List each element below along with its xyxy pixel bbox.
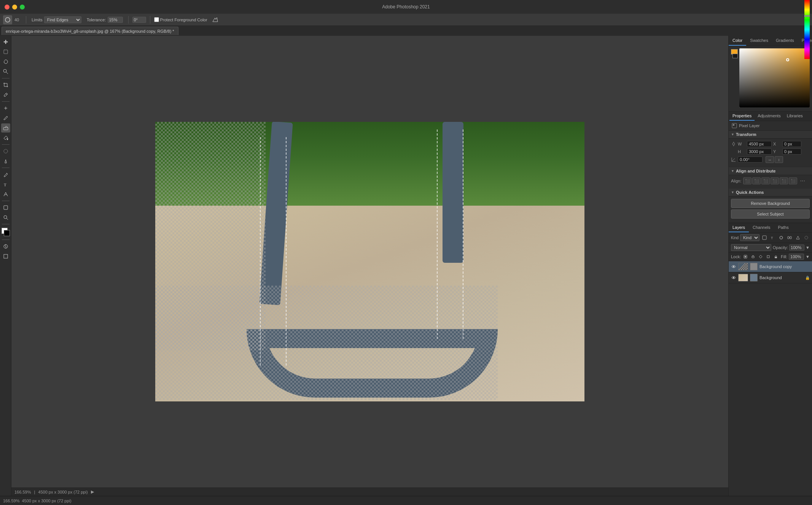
layer-eye-background[interactable] [731, 275, 736, 280]
lock-all-btn[interactable] [773, 254, 779, 260]
opacity-label: Opacity: [773, 245, 788, 250]
crop-tool[interactable] [1, 80, 10, 89]
remove-background-button[interactable]: Remove Background [731, 199, 810, 208]
color-gradient-picker[interactable] [739, 48, 810, 107]
close-button[interactable] [5, 5, 10, 10]
tab-swatches[interactable]: Swatches [746, 36, 772, 46]
shape-tool[interactable] [1, 203, 10, 212]
selection-tool[interactable] [1, 47, 10, 56]
flip-v-btn[interactable]: ↕ [775, 156, 783, 163]
path-select-tool[interactable] [1, 190, 10, 199]
angle-value-input[interactable] [738, 157, 763, 163]
tab-color[interactable]: Color [729, 36, 746, 46]
layer-effects-icon[interactable] [794, 234, 801, 241]
lock-position-btn[interactable] [758, 254, 764, 260]
opacity-input[interactable] [789, 245, 804, 251]
blend-mode-select[interactable]: Normal Multiply Screen Overlay [731, 244, 771, 251]
move-tool[interactable] [1, 37, 10, 46]
layer-item-background-copy[interactable]: Background copy [729, 261, 812, 272]
svg-rect-7 [4, 206, 8, 209]
limits-control[interactable]: Limits Find Edges Contiguous Discontiguo… [30, 16, 83, 24]
tab-gradients[interactable]: Gradients [772, 36, 798, 46]
color-selector[interactable] [2, 228, 10, 236]
layer-filter-icon[interactable] [803, 234, 810, 241]
minimize-button[interactable] [12, 5, 17, 10]
dodge-tool[interactable] [1, 157, 10, 166]
lasso-tool[interactable] [1, 57, 10, 66]
tab-properties[interactable]: Properties [729, 112, 755, 121]
svg-point-3 [3, 69, 6, 72]
layer-new-icon[interactable] [761, 234, 768, 241]
eraser-tool[interactable] [1, 123, 10, 133]
align-right-btn[interactable]: ⬛ [761, 177, 770, 184]
link-icon[interactable] [731, 141, 736, 147]
opacity-arrow[interactable]: ▼ [806, 245, 810, 250]
paths-tab[interactable]: Paths [774, 223, 793, 232]
layer-adjust-icon[interactable] [778, 234, 785, 241]
layer-type-icon[interactable]: T [769, 234, 776, 241]
limits-select[interactable]: Find Edges Contiguous Discontiguous [44, 16, 81, 23]
background-color[interactable] [4, 230, 10, 236]
protect-fg-checkbox[interactable] [154, 17, 159, 22]
align-top-btn[interactable]: ⬛ [771, 177, 779, 184]
layer-link-icon[interactable] [786, 234, 793, 241]
x-input[interactable] [782, 141, 801, 147]
window-controls[interactable] [5, 5, 25, 10]
text-tool[interactable]: T [1, 180, 10, 189]
channels-tab[interactable]: Channels [749, 223, 774, 232]
status-arrow[interactable]: ▶ [91, 489, 94, 494]
maximize-button[interactable] [20, 5, 25, 10]
height-input[interactable] [747, 149, 772, 155]
angle-input[interactable] [132, 17, 146, 23]
fill-input[interactable] [789, 254, 804, 260]
align-center-v-btn[interactable]: ⬛ [780, 177, 788, 184]
protect-fg-label[interactable]: Protect Foreground Color [154, 17, 207, 22]
blur-tool[interactable] [1, 147, 10, 156]
y-input[interactable] [782, 149, 801, 155]
hue-slider[interactable] [804, 36, 810, 59]
brush-tool-options[interactable] [3, 15, 12, 24]
align-center-h-btn[interactable]: ⬛ [752, 177, 761, 184]
align-more-btn[interactable]: ··· [799, 177, 807, 184]
align-bottom-btn[interactable]: ⬛ [789, 177, 797, 184]
lock-transparent-btn[interactable] [742, 254, 748, 260]
tab-adjustments[interactable]: Adjustments [755, 112, 784, 121]
magic-wand-tool[interactable] [1, 67, 10, 76]
lock-artboard-btn[interactable] [765, 254, 771, 260]
tool-sep-1 [2, 78, 10, 78]
layer-item-background[interactable]: Background 🔒 [729, 272, 812, 283]
layers-tab[interactable]: Layers [729, 223, 749, 232]
lock-image-btn[interactable] [750, 254, 756, 260]
layer-name-background-copy: Background copy [759, 264, 810, 269]
align-header[interactable]: ▼ Align and Distribute [729, 167, 812, 175]
quick-mask-tool[interactable] [1, 242, 10, 251]
select-subject-button[interactable]: Select Subject [731, 209, 810, 219]
zoom-tool[interactable] [1, 213, 10, 222]
document-tab-name: enrique-ortega-miranda-b3xo3WvH_g8-unspl… [6, 29, 174, 34]
layer-filter-select[interactable]: Kind [740, 234, 759, 241]
sample-tool-icon[interactable] [212, 16, 218, 23]
align-left-btn[interactable]: ⬛ [743, 177, 751, 184]
brush-tool[interactable] [1, 113, 10, 123]
canvas-container[interactable] [11, 36, 728, 487]
transform-header[interactable]: ▼ Transform [729, 131, 812, 139]
paint-bucket-tool[interactable] [1, 133, 10, 142]
right-panel: Color Swatches Gradients Patterns [728, 36, 812, 496]
pen-tool[interactable] [1, 170, 10, 179]
tab-libraries[interactable]: Libraries [784, 112, 806, 121]
screen-mode-tool[interactable] [1, 252, 10, 261]
quick-actions-header[interactable]: ▼ Quick Actions [729, 189, 812, 197]
left-toolbar: T [0, 36, 11, 496]
layer-eye-background-copy[interactable] [731, 264, 736, 269]
bg-color-preview[interactable] [732, 54, 738, 58]
y-label: Y [773, 149, 781, 154]
flip-h-btn[interactable]: ↔ [766, 156, 774, 163]
eyedropper-tool[interactable] [1, 90, 10, 99]
layer-name-background: Background [759, 275, 803, 280]
heal-tool[interactable] [1, 104, 10, 113]
opacity-control: Opacity: ▼ [773, 245, 810, 251]
document-tab[interactable]: enrique-ortega-miranda-b3xo3WvH_g8-unspl… [2, 27, 178, 35]
width-input[interactable] [747, 141, 772, 147]
fill-arrow[interactable]: ▼ [806, 254, 810, 259]
tolerance-input[interactable] [108, 17, 123, 23]
